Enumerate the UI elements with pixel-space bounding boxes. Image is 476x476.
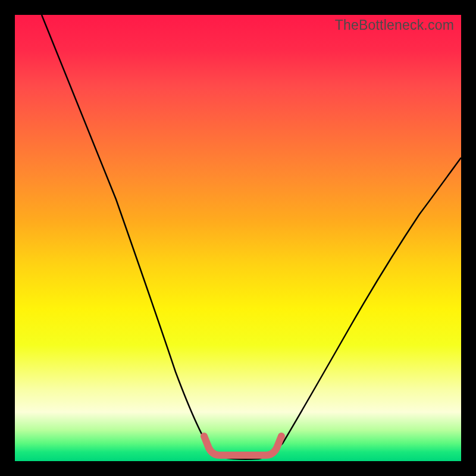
plot-area: TheBottleneck.com [15, 15, 461, 461]
curve-path [42, 15, 461, 459]
marker-bracket [204, 436, 281, 455]
bottleneck-curve [15, 15, 461, 461]
chart-frame: TheBottleneck.com [0, 0, 476, 476]
